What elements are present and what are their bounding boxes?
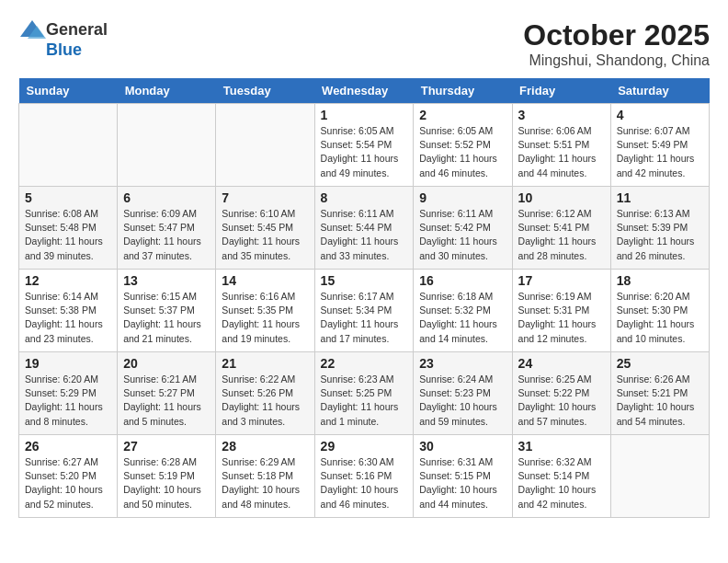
day-number: 1 bbox=[321, 108, 408, 122]
week-row-3: 12Sunrise: 6:14 AM Sunset: 5:38 PM Dayli… bbox=[19, 270, 710, 352]
page-header: General Blue October 2025 Mingshui, Shan… bbox=[18, 18, 710, 69]
calendar-cell bbox=[216, 104, 314, 187]
calendar-cell: 21Sunrise: 6:22 AM Sunset: 5:26 PM Dayli… bbox=[216, 352, 314, 435]
calendar-cell: 28Sunrise: 6:29 AM Sunset: 5:18 PM Dayli… bbox=[216, 435, 314, 518]
day-number: 21 bbox=[222, 356, 308, 371]
day-number: 16 bbox=[419, 273, 506, 288]
day-info: Sunrise: 6:05 AM Sunset: 5:52 PM Dayligh… bbox=[419, 124, 506, 180]
week-row-2: 5Sunrise: 6:08 AM Sunset: 5:48 PM Daylig… bbox=[19, 187, 710, 270]
day-number: 11 bbox=[617, 190, 703, 205]
day-info: Sunrise: 6:24 AM Sunset: 5:23 PM Dayligh… bbox=[419, 373, 506, 429]
day-info: Sunrise: 6:14 AM Sunset: 5:38 PM Dayligh… bbox=[25, 290, 111, 346]
day-info: Sunrise: 6:13 AM Sunset: 5:39 PM Dayligh… bbox=[617, 207, 703, 263]
day-number: 14 bbox=[222, 273, 308, 288]
calendar-cell: 3Sunrise: 6:06 AM Sunset: 5:51 PM Daylig… bbox=[512, 104, 610, 187]
week-row-1: 1Sunrise: 6:05 AM Sunset: 5:54 PM Daylig… bbox=[19, 104, 710, 187]
day-info: Sunrise: 6:06 AM Sunset: 5:51 PM Dayligh… bbox=[518, 124, 605, 180]
day-info: Sunrise: 6:08 AM Sunset: 5:48 PM Dayligh… bbox=[25, 207, 111, 263]
calendar-cell: 5Sunrise: 6:08 AM Sunset: 5:48 PM Daylig… bbox=[19, 187, 118, 270]
day-number: 10 bbox=[518, 190, 605, 205]
calendar-table: Sunday Monday Tuesday Wednesday Thursday… bbox=[18, 78, 710, 518]
calendar-cell: 8Sunrise: 6:11 AM Sunset: 5:44 PM Daylig… bbox=[314, 187, 414, 270]
day-number: 29 bbox=[321, 439, 408, 454]
calendar-cell: 15Sunrise: 6:17 AM Sunset: 5:34 PM Dayli… bbox=[314, 270, 414, 352]
day-number: 22 bbox=[321, 356, 408, 371]
calendar-cell: 18Sunrise: 6:20 AM Sunset: 5:30 PM Dayli… bbox=[610, 270, 709, 352]
day-number: 31 bbox=[518, 439, 605, 454]
day-number: 3 bbox=[518, 108, 605, 122]
header-saturday: Saturday bbox=[610, 78, 709, 104]
calendar-cell: 20Sunrise: 6:21 AM Sunset: 5:27 PM Dayli… bbox=[118, 352, 216, 435]
calendar-cell: 4Sunrise: 6:07 AM Sunset: 5:49 PM Daylig… bbox=[610, 104, 709, 187]
day-info: Sunrise: 6:29 AM Sunset: 5:18 PM Dayligh… bbox=[222, 455, 308, 511]
day-number: 8 bbox=[321, 190, 408, 205]
calendar-cell: 26Sunrise: 6:27 AM Sunset: 5:20 PM Dayli… bbox=[19, 435, 118, 518]
day-info: Sunrise: 6:32 AM Sunset: 5:14 PM Dayligh… bbox=[518, 455, 605, 511]
day-number: 25 bbox=[617, 356, 703, 371]
day-number: 23 bbox=[419, 356, 506, 371]
calendar-cell: 10Sunrise: 6:12 AM Sunset: 5:41 PM Dayli… bbox=[512, 187, 610, 270]
day-info: Sunrise: 6:07 AM Sunset: 5:49 PM Dayligh… bbox=[617, 124, 703, 180]
calendar-cell: 27Sunrise: 6:28 AM Sunset: 5:19 PM Dayli… bbox=[118, 435, 216, 518]
day-info: Sunrise: 6:16 AM Sunset: 5:35 PM Dayligh… bbox=[222, 290, 308, 346]
logo-blue: Blue bbox=[46, 40, 82, 60]
day-info: Sunrise: 6:30 AM Sunset: 5:16 PM Dayligh… bbox=[321, 455, 408, 511]
calendar-cell: 31Sunrise: 6:32 AM Sunset: 5:14 PM Dayli… bbox=[512, 435, 610, 518]
day-info: Sunrise: 6:23 AM Sunset: 5:25 PM Dayligh… bbox=[321, 373, 408, 429]
calendar-cell: 30Sunrise: 6:31 AM Sunset: 5:15 PM Dayli… bbox=[414, 435, 512, 518]
calendar-cell bbox=[610, 435, 709, 518]
day-info: Sunrise: 6:25 AM Sunset: 5:22 PM Dayligh… bbox=[518, 373, 605, 429]
day-number: 19 bbox=[25, 356, 111, 371]
calendar-cell bbox=[118, 104, 216, 187]
day-number: 27 bbox=[123, 439, 210, 454]
header-thursday: Thursday bbox=[414, 78, 512, 104]
day-number: 15 bbox=[321, 273, 408, 288]
calendar-cell: 7Sunrise: 6:10 AM Sunset: 5:45 PM Daylig… bbox=[216, 187, 314, 270]
logo-icon bbox=[18, 18, 46, 40]
day-info: Sunrise: 6:31 AM Sunset: 5:15 PM Dayligh… bbox=[419, 455, 506, 511]
week-row-5: 26Sunrise: 6:27 AM Sunset: 5:20 PM Dayli… bbox=[19, 435, 710, 518]
day-number: 30 bbox=[419, 439, 506, 454]
header-monday: Monday bbox=[118, 78, 216, 104]
day-number: 5 bbox=[25, 190, 111, 205]
calendar-cell: 19Sunrise: 6:20 AM Sunset: 5:29 PM Dayli… bbox=[19, 352, 118, 435]
day-info: Sunrise: 6:10 AM Sunset: 5:45 PM Dayligh… bbox=[222, 207, 308, 263]
day-info: Sunrise: 6:11 AM Sunset: 5:44 PM Dayligh… bbox=[321, 207, 408, 263]
day-info: Sunrise: 6:26 AM Sunset: 5:21 PM Dayligh… bbox=[617, 373, 703, 429]
day-number: 4 bbox=[617, 108, 703, 122]
day-info: Sunrise: 6:17 AM Sunset: 5:34 PM Dayligh… bbox=[321, 290, 408, 346]
week-row-4: 19Sunrise: 6:20 AM Sunset: 5:29 PM Dayli… bbox=[19, 352, 710, 435]
calendar-cell: 17Sunrise: 6:19 AM Sunset: 5:31 PM Dayli… bbox=[512, 270, 610, 352]
day-number: 17 bbox=[518, 273, 605, 288]
day-number: 24 bbox=[518, 356, 605, 371]
day-info: Sunrise: 6:15 AM Sunset: 5:37 PM Dayligh… bbox=[123, 290, 210, 346]
day-number: 7 bbox=[222, 190, 308, 205]
calendar-cell: 12Sunrise: 6:14 AM Sunset: 5:38 PM Dayli… bbox=[19, 270, 118, 352]
day-info: Sunrise: 6:11 AM Sunset: 5:42 PM Dayligh… bbox=[419, 207, 506, 263]
day-info: Sunrise: 6:09 AM Sunset: 5:47 PM Dayligh… bbox=[123, 207, 210, 263]
calendar-header-row: Sunday Monday Tuesday Wednesday Thursday… bbox=[19, 78, 710, 104]
calendar-cell: 24Sunrise: 6:25 AM Sunset: 5:22 PM Dayli… bbox=[512, 352, 610, 435]
logo-general: General bbox=[46, 20, 108, 40]
calendar-cell: 14Sunrise: 6:16 AM Sunset: 5:35 PM Dayli… bbox=[216, 270, 314, 352]
header-friday: Friday bbox=[512, 78, 610, 104]
location: Mingshui, Shandong, China bbox=[523, 52, 710, 69]
calendar-cell: 29Sunrise: 6:30 AM Sunset: 5:16 PM Dayli… bbox=[314, 435, 414, 518]
day-info: Sunrise: 6:21 AM Sunset: 5:27 PM Dayligh… bbox=[123, 373, 210, 429]
day-info: Sunrise: 6:28 AM Sunset: 5:19 PM Dayligh… bbox=[123, 455, 210, 511]
day-info: Sunrise: 6:27 AM Sunset: 5:20 PM Dayligh… bbox=[25, 455, 111, 511]
calendar-cell: 11Sunrise: 6:13 AM Sunset: 5:39 PM Dayli… bbox=[610, 187, 709, 270]
calendar-cell: 22Sunrise: 6:23 AM Sunset: 5:25 PM Dayli… bbox=[314, 352, 414, 435]
calendar-cell: 2Sunrise: 6:05 AM Sunset: 5:52 PM Daylig… bbox=[414, 104, 512, 187]
day-number: 9 bbox=[419, 190, 506, 205]
calendar-cell: 1Sunrise: 6:05 AM Sunset: 5:54 PM Daylig… bbox=[314, 104, 414, 187]
day-number: 12 bbox=[25, 273, 111, 288]
calendar-cell bbox=[19, 104, 118, 187]
day-info: Sunrise: 6:12 AM Sunset: 5:41 PM Dayligh… bbox=[518, 207, 605, 263]
month-title: October 2025 bbox=[523, 18, 710, 52]
day-info: Sunrise: 6:22 AM Sunset: 5:26 PM Dayligh… bbox=[222, 373, 308, 429]
calendar-cell: 6Sunrise: 6:09 AM Sunset: 5:47 PM Daylig… bbox=[118, 187, 216, 270]
day-number: 13 bbox=[123, 273, 210, 288]
calendar-cell: 13Sunrise: 6:15 AM Sunset: 5:37 PM Dayli… bbox=[118, 270, 216, 352]
title-block: October 2025 Mingshui, Shandong, China bbox=[523, 18, 710, 69]
